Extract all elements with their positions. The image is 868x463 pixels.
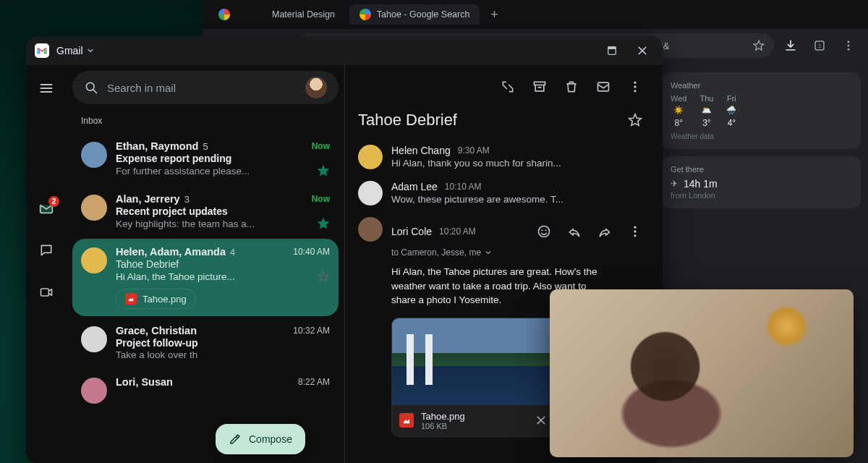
message-time: 10:10 AM [445,182,482,192]
thread-from: Alan, Jerrery [116,193,180,205]
travel-from: from London [671,191,852,200]
search-icon [84,80,98,95]
thread-from: Lori, Susan [116,376,173,388]
search-bar[interactable]: Search in mail [72,71,339,104]
window-close-button[interactable] [631,39,654,62]
tabs-button[interactable]: 1 [807,33,832,58]
weather-hint: Weather data [671,132,852,140]
attachment-name: Tahoe.png [421,411,465,422]
message-time: 9:30 AM [458,145,490,156]
message-avatar [358,217,383,242]
favicon-icon [218,9,230,20]
message-avatar [358,181,383,205]
weather-card[interactable]: Weather Wed☀️8° Thu🌥️3° Fri🌧️4° Weather … [662,72,861,149]
chevron-down-icon [484,248,493,257]
chrome-tab-search[interactable]: Tahoe - Google Search [349,4,480,25]
thread-subject: Project follow-up [116,337,330,349]
svg-point-12 [634,85,636,88]
thread-subject: Recent project updates [116,205,330,217]
get-there-card[interactable]: Get there ✈︎ 14h 1m from London [662,156,861,208]
section-label: Inbox [72,111,339,133]
message-time: 10:20 AM [439,226,476,237]
attachment-close-button[interactable] [532,412,550,429]
chrome-tab-material[interactable] [208,4,240,25]
thread-item[interactable]: Alan, Jerrery 3 Now Recent project updat… [72,186,339,237]
svg-rect-9 [535,82,545,85]
emoji-button[interactable] [529,217,558,246]
app-name[interactable]: Gmail [56,45,95,56]
mail-rail-button[interactable]: 2 [32,194,61,223]
message-more-button[interactable] [621,217,650,246]
expand-button[interactable] [493,72,522,101]
chat-rail-button[interactable] [32,236,61,265]
card-title: Weather [671,81,852,90]
thread-avatar [81,326,107,352]
message-item[interactable]: Adam Lee 10:10 AM Wow, these picturese a… [358,181,650,205]
svg-point-16 [545,229,546,231]
downloads-button[interactable] [778,33,803,58]
thread-from: Ethan, Raymond [116,140,198,152]
menu-button[interactable] [32,74,61,103]
thread-item[interactable]: Lori, Susan 8:22 AM [72,369,339,411]
chevron-down-icon [86,46,95,55]
thread-count: 3 [184,194,190,205]
travel-time: 14h 1m [684,178,718,190]
star-icon[interactable] [317,164,330,177]
thread-avatar [81,195,107,221]
gmail-titlebar: Gmail [26,36,663,65]
thread-avatar [81,247,107,273]
new-tab-button[interactable]: + [484,4,504,25]
thread-from: Helen, Adam, Amanda [116,246,226,258]
thread-item[interactable]: Grace, Christian 10:32 AM Project follow… [72,318,339,368]
pane-toolbar [358,72,650,101]
archive-button[interactable] [525,72,554,101]
chrome-tab-material-2[interactable]: Material Design [244,4,345,25]
star-button[interactable] [621,106,650,135]
thread-time: Now [312,194,330,204]
more-button[interactable] [621,72,650,101]
bookmark-star-icon[interactable] [752,39,765,52]
chrome-menu-button[interactable] [836,33,861,58]
delete-button[interactable] [557,72,586,101]
message-sender: Helen Chang [391,145,451,156]
image-file-icon [399,413,414,428]
thread-subject: Expense report pending [116,153,330,164]
thread-time: 10:32 AM [293,326,330,336]
thread-snippet: Hi Alan, the Tahoe picture... [116,271,312,282]
thread-count: 5 [203,141,208,152]
message-avatar [358,145,383,169]
svg-point-15 [541,229,542,231]
message-subject: Tahoe Debrief [358,111,457,129]
thread-list-column: Search in mail Inbox Ethan, Raymond 5 No… [67,65,344,463]
compose-label: Compose [249,433,292,445]
favicon-icon [255,9,266,20]
attachment-chip[interactable]: Tahoe.png [116,289,196,309]
thread-snippet: For further assistance please... [116,166,312,177]
attachment-name: Tahoe.png [142,294,187,305]
thread-time: 10:40 AM [293,247,330,257]
svg-rect-10 [598,82,609,91]
svg-point-3 [848,45,850,47]
window-restore-button[interactable] [600,39,624,62]
message-item[interactable]: Helen Chang 9:30 AM Hi Alan, thank you s… [358,145,650,169]
wx-day: Wed☀️8° [671,94,686,128]
attachment-preview[interactable]: Tahoe.png 106 KB [391,318,558,437]
svg-text:1: 1 [818,43,821,49]
mark-unread-button[interactable] [589,72,618,101]
star-icon[interactable] [317,270,330,283]
video-pip-overlay[interactable] [550,289,854,457]
message-snippet: Wow, these picturese are awesome. T... [391,194,630,205]
message-sender: Adam Lee [391,181,438,192]
thread-item[interactable]: Ethan, Raymond 5 Now Expense report pend… [72,133,339,184]
thread-subject: Tahoe Debrief [116,258,330,270]
gmail-logo-icon [35,43,49,58]
reply-button[interactable] [560,217,589,246]
compose-button[interactable]: Compose [216,424,305,454]
meet-rail-button[interactable] [32,278,61,307]
thread-item[interactable]: Helen, Adam, Amanda 4 10:40 AM Tahoe Deb… [72,239,339,316]
message-recipients[interactable]: to Cameron, Jesse, me [391,247,650,258]
star-icon[interactable] [317,217,330,230]
tab-label: Tahoe - Google Search [377,9,470,20]
forward-button[interactable] [590,217,619,246]
account-avatar[interactable] [305,77,327,98]
